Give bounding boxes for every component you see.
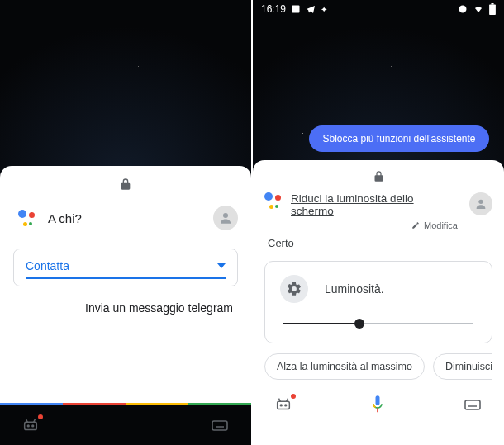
dropdown-icon xyxy=(217,263,226,268)
phone-left: A chi? Contatta Invia un messaggio teleg… xyxy=(0,0,251,445)
card-title: Luminosità. xyxy=(325,282,384,296)
slider-knob[interactable] xyxy=(354,319,364,329)
svg-rect-8 xyxy=(491,3,493,5)
select-label: Contatta xyxy=(26,259,69,272)
explore-button[interactable] xyxy=(274,395,292,414)
svg-rect-5 xyxy=(292,6,300,13)
assistant-status-icon: ✦ xyxy=(321,5,327,14)
svg-point-0 xyxy=(223,213,228,218)
battery-icon xyxy=(489,3,496,15)
status-bar: 16:19 ✦ xyxy=(253,0,504,18)
lock-icon xyxy=(119,178,132,191)
bottom-bar xyxy=(253,385,504,424)
svg-rect-10 xyxy=(278,401,290,409)
svg-point-2 xyxy=(27,425,29,427)
assistant-logo-icon xyxy=(18,210,35,226)
avatar[interactable] xyxy=(213,206,238,230)
brightness-slider[interactable] xyxy=(283,323,473,324)
chip-raise-brightness[interactable]: Alza la luminosità al massimo xyxy=(264,353,425,380)
svg-point-11 xyxy=(280,405,282,406)
suggestion-chips: Alza la luminosità al massimo Diminuisci… xyxy=(264,353,492,380)
notification-dot-icon xyxy=(38,414,43,419)
svg-rect-13 xyxy=(376,395,380,405)
mic-button[interactable] xyxy=(363,390,392,419)
chip-lower-brightness[interactable]: Diminuisci luminosità s xyxy=(433,353,492,380)
edit-query-button[interactable]: Modifica xyxy=(264,220,458,230)
user-query[interactable]: Riduci la luminosità dello schermo xyxy=(291,192,459,217)
keyboard-button[interactable] xyxy=(463,395,483,414)
svg-rect-4 xyxy=(212,421,227,430)
svg-rect-7 xyxy=(489,5,496,15)
status-time: 16:19 xyxy=(261,3,286,15)
rainbow-divider xyxy=(0,403,251,405)
image-icon xyxy=(291,4,301,14)
gear-icon xyxy=(280,275,308,303)
assistant-prompt: A chi? xyxy=(48,211,200,225)
telegram-icon xyxy=(306,4,316,14)
svg-point-12 xyxy=(285,405,287,406)
wifi-icon xyxy=(473,4,484,14)
brightness-card: Luminosità. xyxy=(264,261,492,343)
svg-point-3 xyxy=(32,425,34,427)
contact-select-card[interactable]: Contatta xyxy=(13,249,238,286)
avatar[interactable] xyxy=(469,192,492,215)
keyboard-button[interactable] xyxy=(210,415,230,435)
sub-action-text[interactable]: Invia un messaggio telegram xyxy=(18,301,233,315)
svg-point-9 xyxy=(478,200,483,204)
do-not-disturb-icon xyxy=(458,4,468,14)
assistant-logo-icon xyxy=(264,192,281,209)
assistant-panel: A chi? Contatta Invia un messaggio teleg… xyxy=(0,166,251,405)
assistant-panel: Riduci la luminosità dello schermo Modif… xyxy=(253,160,504,445)
pencil-icon xyxy=(411,221,420,230)
svg-rect-1 xyxy=(25,422,37,429)
svg-point-6 xyxy=(459,6,467,13)
lock-icon xyxy=(373,170,385,182)
svg-rect-15 xyxy=(465,400,480,409)
explore-button[interactable] xyxy=(21,416,40,434)
bottom-bar xyxy=(0,405,251,445)
notification-dot-icon xyxy=(291,394,296,399)
assistant-reply: Certo xyxy=(268,237,489,249)
phone-right: 16:19 ✦ Sblocca più funzioni dell'assist… xyxy=(253,0,504,445)
unlock-pill-button[interactable]: Sblocca più funzioni dell'assistente xyxy=(309,125,488,152)
